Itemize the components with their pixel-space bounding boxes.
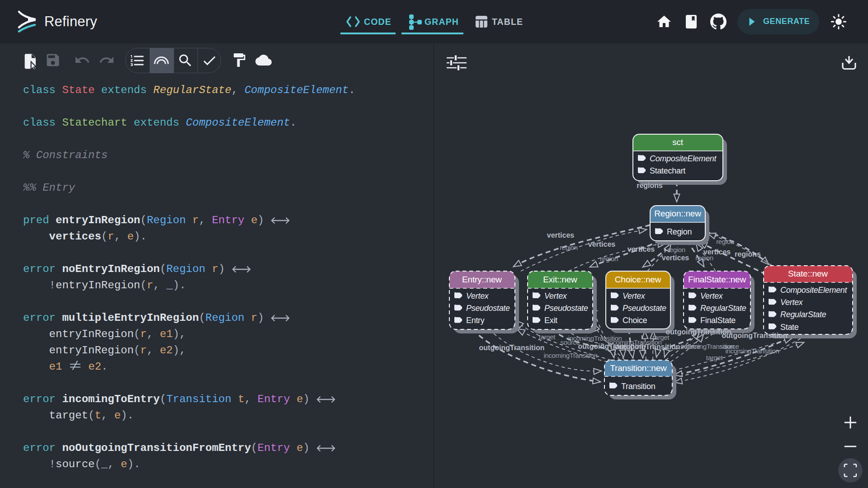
svg-text:Transition: Transition: [621, 382, 655, 391]
svg-text:outgoingTransition: outgoingTransition: [479, 344, 545, 352]
svg-text:Pseudostate: Pseudostate: [466, 304, 510, 313]
svg-text:sct: sct: [672, 137, 684, 147]
svg-text:State: State: [780, 323, 799, 332]
svg-text:region: region: [667, 246, 685, 253]
svg-text:vertices: vertices: [703, 248, 731, 256]
svg-text:vertices: vertices: [588, 240, 616, 248]
svg-text:incomingTransition: incomingTransition: [725, 347, 779, 355]
svg-text:Vertex: Vertex: [700, 291, 723, 300]
svg-text:Vertex: Vertex: [780, 298, 803, 307]
svg-text:Pseudostate: Pseudostate: [544, 304, 588, 313]
svg-text:Region: Region: [667, 227, 692, 236]
svg-text:Entry: Entry: [466, 316, 485, 325]
svg-text:Vertex: Vertex: [623, 291, 646, 300]
svg-text:CompositeElement: CompositeElement: [780, 286, 848, 295]
svg-text:RegularState: RegularState: [780, 310, 826, 319]
svg-text:Statechart: Statechart: [650, 166, 685, 175]
svg-text:FinalState::new: FinalState::new: [688, 275, 746, 284]
svg-text:vertices: vertices: [627, 245, 655, 253]
svg-text:regions: regions: [735, 250, 761, 258]
svg-text:Exit::new: Exit::new: [543, 275, 577, 284]
svg-text:Region::new: Region::new: [654, 209, 701, 218]
svg-text:region: region: [560, 244, 578, 251]
svg-text:State::new: State::new: [788, 269, 828, 278]
svg-text:Choice: Choice: [623, 316, 647, 325]
svg-text:outgoingTransition: outgoingTransition: [722, 332, 788, 339]
svg-text:Transition::new: Transition::new: [610, 363, 667, 373]
svg-text:regions: regions: [637, 182, 663, 189]
svg-text:Vertex: Vertex: [466, 291, 489, 300]
svg-text:target: target: [706, 354, 723, 361]
svg-text:vertices: vertices: [662, 254, 689, 262]
svg-text:RegularState: RegularState: [700, 304, 746, 313]
svg-text:region: region: [716, 238, 734, 245]
svg-text:incomingTransition: incomingTransition: [543, 352, 597, 359]
svg-text:region: region: [600, 255, 618, 263]
svg-text:Pseudostate: Pseudostate: [623, 304, 666, 313]
svg-text:vertices: vertices: [547, 231, 575, 239]
svg-text:FinalState: FinalState: [700, 316, 736, 325]
svg-text:target: target: [539, 333, 556, 341]
svg-text:CompositeElement: CompositeElement: [650, 154, 717, 163]
svg-text:Choice::new: Choice::new: [615, 275, 661, 284]
svg-text:Exit: Exit: [544, 316, 557, 325]
svg-text:Entry::new: Entry::new: [462, 275, 502, 284]
svg-text:Vertex: Vertex: [544, 291, 567, 300]
